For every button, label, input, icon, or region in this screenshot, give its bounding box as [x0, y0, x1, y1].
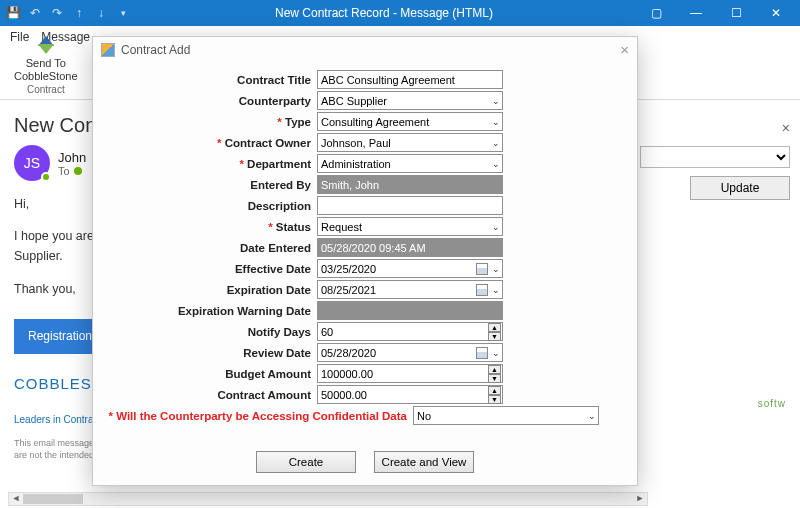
- spinner-contract-amount[interactable]: 50000.00▲▼: [317, 385, 503, 404]
- create-and-view-button[interactable]: Create and View: [374, 451, 474, 473]
- scroll-thumb[interactable]: [23, 494, 83, 504]
- redo-icon[interactable]: ↷: [48, 4, 66, 22]
- label-contract-title: Contract Title: [107, 74, 317, 86]
- select-confidential-value: No: [417, 410, 431, 422]
- spin-up-icon[interactable]: ▲: [488, 365, 501, 374]
- chevron-down-icon: ⌄: [588, 411, 596, 421]
- minimize-icon[interactable]: —: [676, 0, 716, 26]
- input-entered-by: [317, 175, 503, 194]
- date-expiration-date[interactable]: 08/25/2021⌄: [317, 280, 503, 299]
- select-department[interactable]: Administration⌄: [317, 154, 503, 173]
- select-contract-owner[interactable]: Johnson, Paul⌄: [317, 133, 503, 152]
- cobblestone-logo-icon: [36, 36, 56, 56]
- contract-add-dialog: Contract Add × Contract Title Counterpar…: [92, 36, 638, 486]
- chevron-down-icon: ⌄: [492, 138, 500, 148]
- input-date-entered: [317, 238, 503, 257]
- calendar-icon: [476, 284, 488, 296]
- label-department: Department: [107, 158, 317, 170]
- spin-up-icon[interactable]: ▲: [488, 323, 501, 332]
- chevron-down-icon: ⌄: [492, 348, 500, 358]
- dialog-close-icon[interactable]: ×: [620, 41, 629, 58]
- input-contract-title[interactable]: [317, 70, 503, 89]
- send-to-label-2: CobbleStone: [14, 70, 78, 82]
- date-review-value: 05/28/2020: [321, 347, 376, 359]
- arrow-down-icon[interactable]: ↓: [92, 4, 110, 22]
- panel-dropdown[interactable]: [640, 146, 790, 168]
- calendar-icon: [476, 263, 488, 275]
- send-to-label-1: Send To: [26, 57, 66, 69]
- spinner-budget-value: 100000.00: [321, 368, 373, 380]
- dialog-titlebar: Contract Add ×: [93, 37, 637, 62]
- spin-down-icon[interactable]: ▼: [488, 395, 501, 404]
- label-description: Description: [107, 200, 317, 212]
- spin-down-icon[interactable]: ▼: [488, 332, 501, 341]
- label-contract-owner: Contract Owner: [107, 137, 317, 149]
- window-controls: ▢ — ☐ ✕: [636, 0, 796, 26]
- date-effective-value: 03/25/2020: [321, 263, 376, 275]
- avatar: JS: [14, 145, 50, 181]
- create-button[interactable]: Create: [256, 451, 356, 473]
- label-counterparty: Counterparty: [107, 95, 317, 107]
- ribbon-display-icon[interactable]: ▢: [636, 0, 676, 26]
- panel-close-icon[interactable]: ×: [782, 120, 790, 136]
- chevron-down-icon: ⌄: [492, 117, 500, 127]
- select-contract-owner-value: Johnson, Paul: [321, 137, 391, 149]
- select-department-value: Administration: [321, 158, 391, 170]
- dialog-app-icon: [101, 43, 115, 57]
- save-icon[interactable]: 💾: [4, 4, 22, 22]
- spinner-notify-days[interactable]: 60▲▼: [317, 322, 503, 341]
- chevron-down-icon: ⌄: [492, 222, 500, 232]
- avatar-initials: JS: [24, 155, 40, 171]
- arrow-up-icon[interactable]: ↑: [70, 4, 88, 22]
- select-counterparty-value: ABC Supplier: [321, 95, 387, 107]
- label-status: Status: [107, 221, 317, 233]
- window-title: New Contract Record - Message (HTML): [132, 6, 636, 20]
- select-counterparty[interactable]: ABC Supplier⌄: [317, 91, 503, 110]
- spin-down-icon[interactable]: ▼: [488, 374, 501, 383]
- chevron-down-icon: ⌄: [492, 264, 500, 274]
- maximize-icon[interactable]: ☐: [716, 0, 756, 26]
- label-entered-by: Entered By: [107, 179, 317, 191]
- label-notify-days: Notify Days: [107, 326, 317, 338]
- to-line: To: [58, 165, 86, 177]
- select-status-value: Request: [321, 221, 362, 233]
- dialog-button-row: Create Create and View: [93, 443, 637, 485]
- input-description[interactable]: [317, 196, 503, 215]
- dialog-body: Contract Title Counterparty ABC Supplier…: [93, 62, 637, 443]
- side-panel: × Update: [640, 120, 790, 200]
- scroll-right-icon[interactable]: ►: [633, 493, 647, 505]
- quick-access-toolbar: 💾 ↶ ↷ ↑ ↓ ▾: [4, 4, 132, 22]
- label-expiration-warning: Expiration Warning Date: [107, 305, 317, 317]
- spinner-notify-value: 60: [321, 326, 333, 338]
- select-status[interactable]: Request⌄: [317, 217, 503, 236]
- label-type: Type: [107, 116, 317, 128]
- ribbon-group-contract: Send To CobbleStone Contract: [8, 34, 84, 95]
- presence-indicator-icon: [41, 172, 51, 182]
- input-expiration-warning: [317, 301, 503, 320]
- date-effective-date[interactable]: 03/25/2020⌄: [317, 259, 503, 278]
- select-confidential[interactable]: No⌄: [413, 406, 599, 425]
- close-icon[interactable]: ✕: [756, 0, 796, 26]
- spinner-contract-value: 50000.00: [321, 389, 367, 401]
- spin-up-icon[interactable]: ▲: [488, 386, 501, 395]
- select-type-value: Consulting Agreement: [321, 116, 429, 128]
- chevron-down-icon: ⌄: [492, 285, 500, 295]
- chevron-down-icon: ⌄: [492, 159, 500, 169]
- date-review-date[interactable]: 05/28/2020⌄: [317, 343, 503, 362]
- send-to-cobblestone-button[interactable]: Send To CobbleStone: [8, 34, 84, 84]
- to-label: To: [58, 165, 70, 177]
- window-titlebar: 💾 ↶ ↷ ↑ ↓ ▾ New Contract Record - Messag…: [0, 0, 800, 26]
- select-type[interactable]: Consulting Agreement⌄: [317, 112, 503, 131]
- label-effective-date: Effective Date: [107, 263, 317, 275]
- calendar-icon: [476, 347, 488, 359]
- scroll-left-icon[interactable]: ◄: [9, 493, 23, 505]
- chevron-down-icon: ⌄: [492, 96, 500, 106]
- label-confidential: Will the Counterparty be Accessing Confi…: [107, 410, 413, 422]
- qat-dropdown-icon[interactable]: ▾: [114, 4, 132, 22]
- undo-icon[interactable]: ↶: [26, 4, 44, 22]
- label-review-date: Review Date: [107, 347, 317, 359]
- horizontal-scrollbar[interactable]: ◄ ►: [8, 492, 648, 506]
- update-button[interactable]: Update: [690, 176, 790, 200]
- body-line2: Supplier.: [14, 249, 63, 263]
- spinner-budget-amount[interactable]: 100000.00▲▼: [317, 364, 503, 383]
